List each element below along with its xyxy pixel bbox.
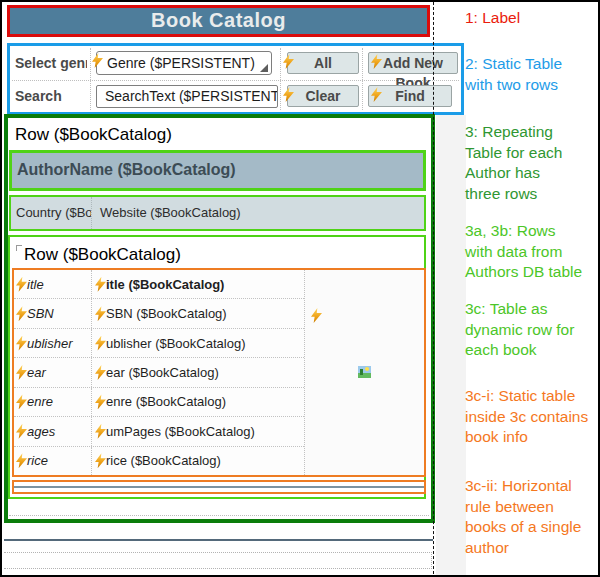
book-label: SBN [27, 306, 54, 321]
search-label: Search [15, 79, 87, 113]
horizontal-rule-line [14, 486, 424, 488]
chevron-down-icon[interactable] [260, 64, 268, 72]
book-value: enre ($BookCatalog) [106, 394, 226, 409]
table-row: ear ear ($BookCatalog) [14, 358, 304, 387]
lightning-icon [95, 365, 106, 380]
lightning-icon [16, 453, 27, 468]
page-boundary-dashed-line [433, 2, 434, 577]
book-row-tag: Row ($BookCatalog) [24, 245, 181, 265]
book-value: ear ($BookCatalog) [106, 365, 219, 380]
page-title: Book Catalog [7, 5, 430, 37]
lightning-icon [95, 424, 106, 439]
stylevision-design-canvas: Book Catalog Select genre Genre ($PERSIS… [0, 0, 600, 577]
lightning-icon [95, 453, 106, 468]
page-horizontal-rule [4, 539, 433, 541]
book-dynamic-row: Row ($BookCatalog) itle itle ($BookCatal… [8, 235, 426, 499]
book-label: ublisher [27, 336, 73, 351]
table-row: SBN SBN ($BookCatalog) [14, 299, 304, 328]
book-value: rice ($BookCatalog) [106, 453, 221, 468]
lightning-icon [16, 277, 27, 292]
lightning-icon [16, 394, 27, 409]
annotation-3c-ii-hr: 3c-ii: Horizontal rule between books of … [465, 476, 598, 558]
country-website-row: Country ($Boo Website ($BookCatalog) [9, 195, 426, 231]
horizontal-rule-element [12, 480, 426, 494]
cell-divider [90, 48, 91, 110]
image-placeholder-icon [358, 366, 371, 378]
find-button[interactable]: Find [368, 85, 452, 107]
genre-dropdown[interactable]: Genre ($PERSISTENT) [96, 51, 272, 75]
book-label: ages [27, 424, 55, 439]
add-new-book-button[interactable]: Add New Book [368, 52, 458, 74]
annotation-3a-3b-rows: 3a, 3b: Rows with data from Authors DB t… [465, 221, 598, 283]
book-value: ublisher ($BookCatalog) [106, 336, 245, 351]
country-field: Country ($Boo [11, 197, 92, 229]
lightning-icon [95, 306, 106, 321]
book-extra-column [304, 270, 424, 475]
annotation-2-static-table: 2: Static Table with two rows [465, 54, 598, 95]
book-value: umPages ($BookCatalog) [106, 424, 255, 439]
annotation-3c-i-static-table: 3c-i: Static table inside 3c contains bo… [465, 386, 598, 448]
template-tag-icon [16, 245, 22, 251]
table-row: enre enre ($BookCatalog) [14, 388, 304, 417]
book-value: SBN ($BookCatalog) [106, 306, 227, 321]
empty-row-divider [9, 515, 429, 516]
author-name-field: AuthorName ($BookCatalog) [12, 153, 423, 186]
lightning-icon [95, 394, 106, 409]
empty-paragraph [4, 552, 432, 569]
cell-divider [362, 48, 363, 110]
author-name-row: AuthorName ($BookCatalog) [9, 150, 426, 191]
annotation-3-repeating-table: 3: Repeating Table for each Author has t… [465, 122, 598, 204]
cell-divider [280, 48, 281, 110]
all-button[interactable]: All [287, 52, 359, 74]
table-row: itle itle ($BookCatalog) [14, 270, 304, 299]
lightning-icon [95, 336, 106, 351]
table-row: ublisher ublisher ($BookCatalog) [14, 329, 304, 358]
select-genre-label: Select genre [15, 46, 87, 80]
table-row: ages umPages ($BookCatalog) [14, 417, 304, 446]
annotation-1-label: 1: Label [465, 8, 598, 29]
lightning-icon [311, 308, 322, 323]
lightning-icon [95, 277, 106, 292]
author-repeating-table: Row ($BookCatalog) AuthorName ($BookCata… [4, 114, 435, 523]
book-label: itle [27, 277, 44, 292]
search-text-input[interactable]: SearchText ($PERSISTENT) [96, 85, 278, 108]
lightning-icon [16, 306, 27, 321]
book-label: ear [27, 365, 46, 380]
book-label: enre [27, 394, 53, 409]
book-label: rice [27, 453, 48, 468]
author-row-tag: Row ($BookCatalog) [15, 125, 172, 145]
website-field: Website ($BookCatalog) [92, 197, 424, 229]
annotation-3c-dynamic-row: 3c: Table as dynamic row for each book [465, 299, 598, 361]
filter-static-table: Select genre Genre ($PERSISTENT) All Add… [7, 43, 464, 115]
book-info-static-table: itle itle ($BookCatalog) SBN SBN ($BookC… [12, 268, 426, 477]
table-row: rice rice ($BookCatalog) [14, 447, 304, 475]
lightning-icon [16, 424, 27, 439]
lightning-icon [16, 336, 27, 351]
page-margin-strip [436, 115, 466, 577]
book-value: itle ($BookCatalog) [106, 277, 224, 292]
clear-button[interactable]: Clear [287, 85, 359, 107]
lightning-icon [16, 365, 27, 380]
